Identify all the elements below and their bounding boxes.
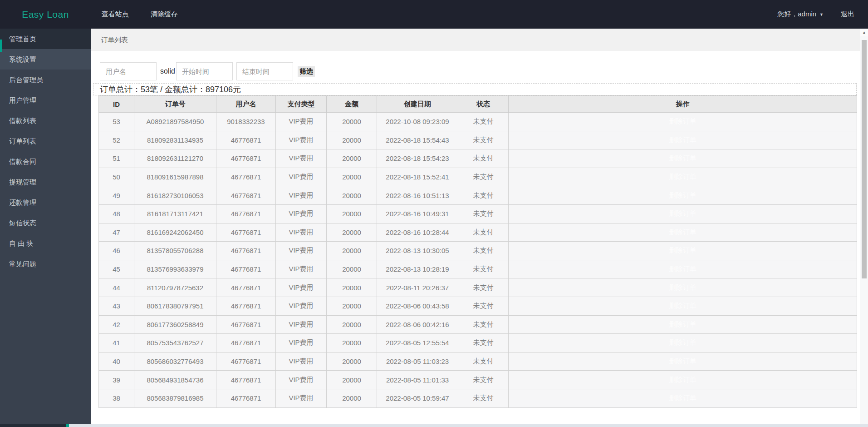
cell-order-no: 818091615987898 (134, 168, 216, 186)
cell-order-no: 805683879816985 (134, 389, 216, 407)
cell-id: 45 (99, 260, 134, 278)
filter-submit-button[interactable]: 筛选 (298, 66, 315, 77)
cell-operation: 删除订单 (509, 297, 857, 315)
delete-order-button[interactable]: 删除订单 (669, 357, 696, 365)
status-badge: 未支付 (458, 371, 509, 389)
sidebar-item[interactable]: 自 由 块 (0, 233, 91, 253)
cell-id: 47 (99, 223, 134, 242)
status-badge: 未支付 (458, 297, 509, 315)
table-row: 4280617736025884946776871VIP费用200002022-… (99, 315, 857, 334)
user-dropdown[interactable]: 您好，admin ▼ (777, 10, 824, 19)
table-row: 3980568493185473646776871VIP费用200002022-… (99, 371, 857, 389)
cell-order-no: 806178380797951 (134, 297, 216, 315)
sidebar-item[interactable]: 后台管理员 (0, 70, 91, 90)
sidebar-item[interactable]: 管理首页 (0, 29, 91, 49)
cell-order-no: 818092831134935 (134, 131, 216, 149)
cell-pay-type: VIP费用 (276, 113, 327, 131)
table-row: 4380617838079795146776871VIP费用200002022-… (99, 297, 857, 315)
table-row: 4180575354376252746776871VIP费用200002022-… (99, 334, 857, 353)
cell-created: 2022-08-18 15:54:43 (377, 131, 458, 149)
greeting-text: 您好，admin (777, 10, 816, 19)
cell-username: 46776871 (216, 149, 276, 168)
delete-order-button[interactable]: 删除订单 (669, 376, 696, 383)
cell-order-no: 816182730106053 (134, 186, 216, 205)
cell-username: 46776871 (216, 334, 276, 353)
delete-order-button[interactable]: 删除订单 (669, 228, 696, 236)
cell-order-no: 813576993633979 (134, 260, 216, 278)
delete-order-button[interactable]: 删除订单 (669, 265, 696, 273)
delete-order-button[interactable]: 删除订单 (669, 209, 696, 217)
username-input[interactable] (100, 62, 157, 80)
cell-username: 46776871 (216, 168, 276, 186)
vertical-scrollbar[interactable]: ▲ (860, 29, 868, 424)
start-time-input[interactable] (176, 62, 233, 80)
delete-order-button[interactable]: 删除订单 (669, 173, 696, 180)
cell-created: 2022-08-13 10:28:19 (377, 260, 458, 278)
cell-amount: 20000 (327, 352, 377, 371)
sidebar-item[interactable]: 还款管理 (0, 192, 91, 213)
status-badge: 未支付 (458, 242, 509, 260)
cell-pay-type: VIP费用 (276, 371, 327, 389)
cell-username: 46776871 (216, 352, 276, 371)
sidebar-item[interactable]: 用户管理 (0, 90, 91, 110)
cell-operation: 删除订单 (509, 113, 857, 131)
cell-created: 2022-08-16 10:51:13 (377, 186, 458, 205)
cell-id: 42 (99, 315, 134, 334)
delete-order-button[interactable]: 删除订单 (669, 338, 696, 346)
logout-button[interactable]: 退出 (841, 10, 854, 19)
cell-id: 44 (99, 278, 134, 297)
column-header: 订单号 (134, 96, 216, 113)
cell-order-no: 805753543762527 (134, 334, 216, 353)
delete-order-button[interactable]: 删除订单 (669, 246, 696, 254)
cell-operation: 删除订单 (509, 131, 857, 149)
end-time-input[interactable] (236, 62, 293, 80)
sidebar-item[interactable]: 订单列表 (0, 131, 91, 151)
cell-pay-type: VIP费用 (276, 186, 327, 205)
cell-id: 48 (99, 204, 134, 223)
sidebar-item[interactable]: 短信状态 (0, 213, 91, 233)
cell-operation: 删除订单 (509, 371, 857, 389)
delete-order-button[interactable]: 删除订单 (669, 154, 696, 162)
cell-pay-type: VIP费用 (276, 352, 327, 371)
delete-order-button[interactable]: 删除订单 (669, 394, 696, 402)
status-badge: 未支付 (458, 260, 509, 278)
cell-username: 46776871 (216, 186, 276, 205)
cell-id: 40 (99, 352, 134, 371)
scrollbar-thumb[interactable] (862, 40, 867, 278)
cell-id: 50 (99, 168, 134, 186)
cell-created: 2022-10-08 09:23:09 (377, 113, 458, 131)
cell-order-no: 806177360258849 (134, 315, 216, 334)
table-row: 4681357805570628846776871VIP费用200002022-… (99, 242, 857, 260)
scroll-up-arrow-icon[interactable]: ▲ (860, 29, 868, 36)
bottom-edge-teal-segment (66, 424, 69, 427)
cell-id: 53 (99, 113, 134, 131)
top-menu-clear-cache[interactable]: 清除缓存 (140, 10, 189, 19)
top-menu-view-site[interactable]: 查看站点 (91, 10, 140, 19)
cell-id: 51 (99, 149, 134, 168)
sidebar-item[interactable]: 常见问题 (0, 253, 91, 274)
cell-username: 46776871 (216, 242, 276, 260)
cell-amount: 20000 (327, 278, 377, 297)
sidebar-item[interactable]: 系统设置 (0, 49, 91, 70)
cell-pay-type: VIP费用 (276, 149, 327, 168)
delete-order-button[interactable]: 删除订单 (669, 191, 696, 199)
sidebar-item[interactable]: 借款列表 (0, 110, 91, 131)
delete-order-button[interactable]: 删除订单 (669, 302, 696, 309)
cell-pay-type: VIP费用 (276, 334, 327, 353)
cell-amount: 20000 (327, 149, 377, 168)
sidebar-item[interactable]: 借款合同 (0, 151, 91, 172)
delete-order-button[interactable]: 删除订单 (669, 117, 696, 125)
table-row: 4080568603277649346776871VIP费用200002022-… (99, 352, 857, 371)
status-badge: 未支付 (458, 131, 509, 149)
delete-order-button[interactable]: 删除订单 (669, 136, 696, 144)
delete-order-button[interactable]: 删除订单 (669, 320, 696, 328)
table-row: 4481120797872563246776871VIP费用200002022-… (99, 278, 857, 297)
cell-amount: 20000 (327, 113, 377, 131)
cell-created: 2022-08-11 20:26:37 (377, 278, 458, 297)
cell-amount: 20000 (327, 168, 377, 186)
delete-order-button[interactable]: 删除订单 (669, 283, 696, 291)
brand-logo: Easy Loan (0, 9, 91, 20)
bottom-edge-bar (0, 424, 868, 427)
sidebar-item[interactable]: 提现管理 (0, 172, 91, 192)
cell-created: 2022-08-18 15:52:41 (377, 168, 458, 186)
